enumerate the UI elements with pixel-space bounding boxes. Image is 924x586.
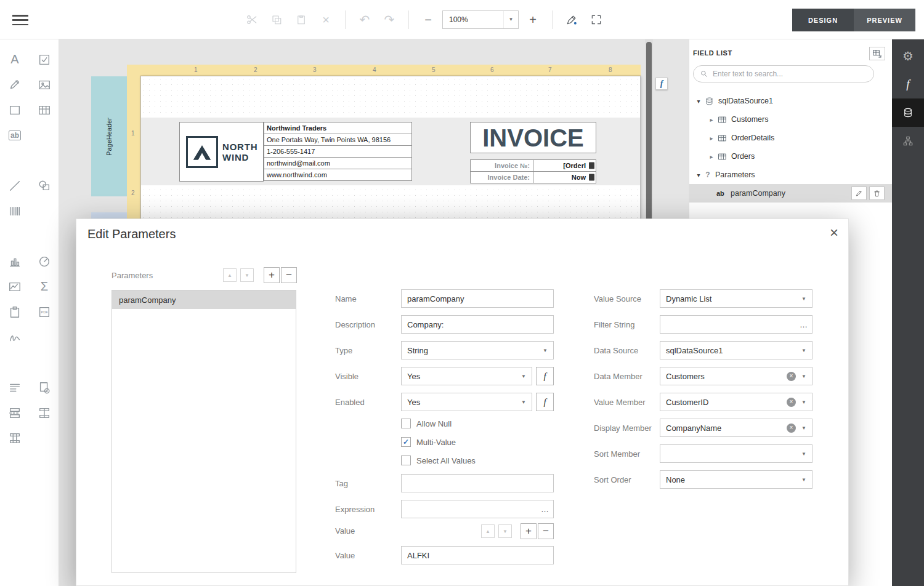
select-all-values-row[interactable]: Select All Values [401, 454, 476, 467]
clear-icon[interactable]: × [787, 398, 796, 407]
report-explorer-button[interactable] [892, 127, 924, 155]
picture-tool[interactable] [34, 74, 55, 95]
ellipsis-icon[interactable]: … [537, 505, 553, 514]
tree-item-customers[interactable]: ▸ Customers [689, 110, 892, 129]
retrieve-fields-button[interactable] [869, 47, 885, 60]
checkbox-tool[interactable] [34, 49, 55, 70]
filter-string-input[interactable]: … [660, 315, 813, 334]
tree-item-orders[interactable]: ▸ Orders [689, 147, 892, 166]
undo-button[interactable]: ↶ [354, 9, 375, 30]
search-input[interactable] [713, 70, 867, 78]
barcode-tool[interactable] [4, 201, 25, 222]
delete-button[interactable]: × [315, 9, 336, 30]
value-source-select[interactable]: Dynamic List ▼ [660, 289, 813, 308]
clipboard-content-tool[interactable] [4, 302, 25, 323]
invoice-no-value[interactable]: [OrderI [533, 160, 596, 172]
sort-member-select[interactable]: ▼ [660, 444, 813, 463]
line-tool[interactable] [4, 175, 25, 196]
visible-select[interactable]: Yes ▼ [401, 367, 532, 385]
invoice-title-box[interactable]: INVOICE [470, 122, 596, 153]
label-tool[interactable]: A [4, 49, 25, 70]
page-break-tool[interactable] [4, 403, 25, 423]
chart-tool[interactable] [4, 251, 25, 272]
richtext-tool[interactable] [4, 74, 25, 95]
expand-icon[interactable]: ▾ [694, 98, 703, 105]
company-email[interactable]: northwind@mail.com [264, 158, 412, 169]
cross-band-line-tool[interactable] [34, 403, 55, 423]
sparkline-tool[interactable] [4, 276, 25, 297]
design-tab[interactable]: DESIGN [792, 9, 854, 31]
edit-parameter-button[interactable] [851, 187, 867, 200]
settings-panel-button[interactable]: ⚙ [892, 42, 924, 70]
value-add-button[interactable]: + [521, 523, 537, 539]
validate-button[interactable] [561, 9, 582, 30]
allow-null-row[interactable]: Allow Null [401, 417, 452, 430]
clear-icon[interactable]: × [787, 423, 796, 433]
value-move-up-button[interactable]: ▲ [481, 524, 495, 538]
collapse-icon[interactable]: ▸ [707, 116, 716, 123]
menu-button[interactable] [12, 15, 28, 25]
cross-band-box-tool[interactable] [4, 428, 25, 449]
page-info-tool[interactable] [34, 377, 55, 398]
move-parameter-down-button[interactable]: ▼ [240, 268, 254, 282]
add-parameter-button[interactable]: + [264, 267, 280, 283]
invoice-date-label[interactable]: Invoice Date: [471, 172, 533, 183]
expression-input[interactable]: … [401, 500, 554, 518]
name-input[interactable] [401, 289, 554, 308]
invoice-date-value[interactable]: Now [533, 172, 596, 183]
gauge-tool[interactable] [34, 251, 55, 272]
data-source-select[interactable]: sqlDataSource1 ▼ [660, 341, 813, 359]
value-member-select[interactable]: CustomerID × ▼ [660, 393, 813, 411]
tree-item-parameters[interactable]: ▾ ? Parameters [689, 166, 892, 184]
visible-expression-button[interactable]: f [536, 367, 554, 385]
search-box[interactable] [693, 65, 874, 82]
invoice-meta-table[interactable]: Invoice №: [OrderI Invoice Date: Now [470, 159, 596, 183]
enabled-expression-button[interactable]: f [536, 393, 554, 411]
display-member-select[interactable]: CompanyName × ▼ [660, 419, 813, 437]
multi-value-checkbox[interactable]: ✓ [401, 437, 411, 447]
zoom-in-button[interactable]: + [522, 9, 543, 30]
panel-tool[interactable] [4, 100, 25, 121]
tag-input[interactable] [401, 474, 554, 492]
clear-icon[interactable]: × [787, 372, 796, 381]
company-phone[interactable]: 1-206-555-1417 [264, 146, 412, 158]
collapse-icon[interactable]: ▸ [707, 135, 716, 142]
company-address[interactable]: One Portals Way, Twin Points WA, 98156 [264, 134, 412, 146]
report-header-panel[interactable]: NORTH WIND Northwind Traders One Portals… [141, 118, 640, 185]
remove-parameter-button[interactable]: − [281, 267, 297, 283]
copy-button[interactable] [266, 9, 287, 30]
expand-icon[interactable]: ▾ [694, 172, 703, 179]
collapse-icon[interactable]: ▸ [707, 153, 716, 160]
cut-button[interactable] [241, 9, 262, 30]
fullscreen-button[interactable] [586, 9, 607, 30]
field-list-panel-button[interactable] [892, 98, 924, 127]
redo-button[interactable]: ↷ [379, 9, 400, 30]
select-all-values-checkbox[interactable] [401, 456, 411, 465]
tree-item-paramcompany[interactable]: ab paramCompany [689, 184, 892, 203]
move-parameter-up-button[interactable]: ▲ [223, 268, 237, 282]
expressions-panel-button[interactable]: f [892, 70, 924, 98]
pageheader-band-strip[interactable]: PageHeader [91, 76, 127, 196]
delete-parameter-button[interactable] [869, 187, 885, 200]
ellipsis-icon[interactable]: … [796, 320, 812, 329]
company-name[interactable]: Northwind Traders [264, 122, 412, 134]
value-remove-button[interactable]: − [538, 523, 554, 539]
character-comb-tool[interactable]: ab [4, 125, 25, 146]
tree-item-orderdetails[interactable]: ▸ OrderDetails [689, 129, 892, 147]
type-select[interactable]: String ▼ [401, 341, 554, 359]
zoom-out-button[interactable]: − [418, 9, 439, 30]
summary-tool[interactable]: Σ [34, 276, 55, 297]
close-icon[interactable]: × [830, 224, 838, 241]
signature-tool[interactable] [4, 327, 25, 348]
paste-button[interactable] [291, 9, 312, 30]
description-input[interactable] [401, 315, 554, 334]
tree-item-sqldatasource1[interactable]: ▾ sqlDataSource1 [689, 92, 892, 110]
value-move-down-button[interactable]: ▼ [498, 524, 512, 538]
list-item[interactable]: paramCompany [112, 291, 296, 309]
expression-badge-button[interactable]: f [655, 78, 668, 90]
pdf-content-tool[interactable]: PDF [34, 302, 55, 323]
logo-box[interactable]: NORTH WIND [179, 122, 264, 182]
shape-tool[interactable] [34, 175, 55, 196]
data-member-select[interactable]: Customers × ▼ [660, 367, 813, 385]
allow-null-checkbox[interactable] [401, 419, 411, 428]
